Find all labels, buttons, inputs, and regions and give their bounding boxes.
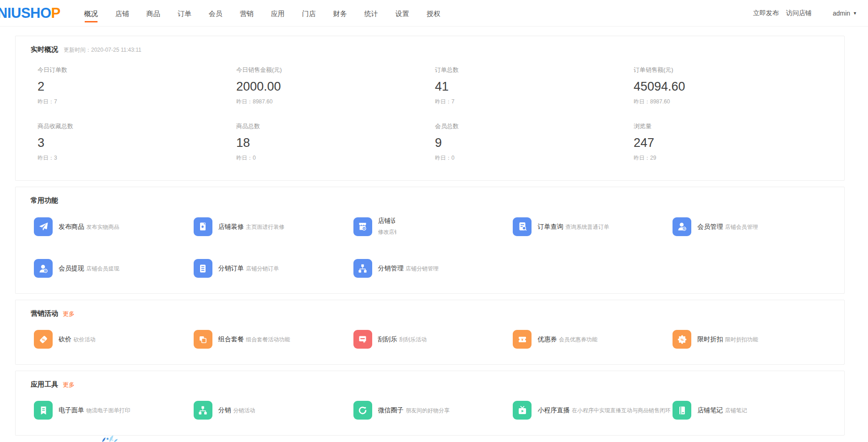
combo-squares-icon — [194, 330, 212, 349]
niushop-logo[interactable]: NIUSHOP — [0, 5, 60, 22]
marketing-card: 营销活动 更多 % 砍价 砍价活动 组合套餐 组合套餐活动功能 — [15, 300, 845, 365]
svg-text:%: % — [680, 337, 684, 341]
stat-total-orders: 订单总数 41 昨日：7 — [435, 66, 634, 106]
org-chart-icon — [353, 259, 372, 278]
logo-text-blue: NIUSHO — [0, 5, 51, 21]
feature-miniprogram-live[interactable]: 小程序直播 在小程序中实现直播互动与商品销售闭环 — [513, 401, 673, 420]
visit-shop-link[interactable]: 访问店铺 — [786, 9, 812, 17]
svg-text:¥: ¥ — [521, 338, 524, 342]
common-functions-title: 常用功能 — [31, 196, 58, 205]
marketing-grid: % 砍价 砍价活动 组合套餐 组合套餐活动功能 刮刮乐 刮刮乐活动 — [16, 318, 844, 349]
storefront-icon — [353, 217, 372, 236]
feature-member-withdraw[interactable]: ¥ 会员提现 店铺会员提现 — [34, 259, 194, 278]
publish-now-link[interactable]: 立即发布 — [753, 9, 779, 17]
stat-page-views: 浏览量 247 昨日：29 — [634, 122, 832, 162]
feature-distribution-manage[interactable]: 分销管理 店铺分销管理 — [353, 259, 513, 278]
app-tools-more-link[interactable]: 更多 — [63, 381, 75, 389]
nav-item-stores[interactable]: 门店 — [302, 1, 316, 26]
common-functions-card: 常用功能 发布商品 发布实物商品 店铺装修 主页面进行装修 — [15, 187, 845, 294]
app-tools-title: 应用工具 — [31, 380, 58, 389]
realtime-overview-card: 实时概况 更新时间：2020-07-25 11:43:11 今日订单数 2 昨日… — [15, 36, 845, 181]
nav-item-settings[interactable]: 设置 — [396, 1, 409, 26]
stat-today-sales: 今日销售金额(元) 2000.00 昨日：8987.60 — [236, 66, 435, 106]
feature-shop-settings[interactable]: 店铺设置 修改店铺设置 — [353, 217, 513, 236]
feature-e-waybill[interactable]: 电子面单 物流电子面单打印 — [34, 401, 194, 420]
feature-distribution[interactable]: 分销 分销活动 — [194, 401, 353, 420]
nav-item-apps[interactable]: 应用 — [271, 1, 285, 26]
page-decorate-icon — [194, 217, 212, 236]
navbar-right: 立即发布 访问店铺 admin ▼ — [746, 9, 857, 17]
nav-item-goods[interactable]: 商品 — [146, 1, 160, 26]
feature-scratch-card[interactable]: 刮刮乐 刮刮乐活动 — [353, 330, 513, 349]
common-functions-grid: 发布商品 发布实物商品 店铺装修 主页面进行装修 店铺设置 修改店铺设置 — [16, 205, 844, 278]
decorative-illustration — [98, 431, 128, 442]
scratch-card-icon — [353, 330, 372, 349]
shop-note-icon — [673, 401, 691, 420]
live-tv-icon — [513, 401, 532, 420]
stat-total-members: 会员总数 9 昨日：0 — [435, 122, 634, 162]
nav-item-overview[interactable]: 概况 — [84, 1, 98, 26]
org-chart-icon — [194, 401, 212, 420]
marketing-title: 营销活动 — [31, 309, 58, 318]
stat-goods-favorites: 商品收藏总数 3 昨日：3 — [38, 122, 236, 162]
svg-text:%: % — [42, 338, 45, 342]
waybill-icon — [34, 401, 53, 420]
nav-item-members[interactable]: 会员 — [209, 1, 222, 26]
feature-combo-package[interactable]: 组合套餐 组合套餐活动功能 — [194, 330, 353, 349]
feature-bargain[interactable]: % 砍价 砍价活动 — [34, 330, 194, 349]
nav-item-finance[interactable]: 财务 — [333, 1, 347, 26]
feature-shop-notes[interactable]: 店铺笔记 店铺笔记 — [673, 401, 832, 420]
app-tools-card: 应用工具 更多 电子面单 物流电子面单打印 分销 分销活动 — [15, 371, 845, 436]
feature-publish-goods[interactable]: 发布商品 发布实物商品 — [34, 217, 194, 236]
member-check-icon — [673, 217, 691, 236]
order-list-icon — [194, 259, 212, 278]
chevron-down-icon: ▼ — [853, 11, 857, 16]
wechat-circle-icon — [353, 401, 372, 420]
member-withdraw-icon: ¥ — [34, 259, 53, 278]
feature-coupon[interactable]: ¥ 优惠券 会员优惠券功能 — [513, 330, 673, 349]
realtime-title: 实时概况 — [31, 45, 58, 54]
top-navbar: NIUSHOP 概况 店铺 商品 订单 会员 营销 应用 门店 财务 统计 设置… — [0, 0, 868, 27]
discount-badge-icon: % — [673, 330, 691, 349]
coupon-ticket-icon: ¥ — [513, 330, 532, 349]
stat-order-sales: 订单销售额(元) 45094.60 昨日：8987.60 — [634, 66, 832, 106]
feature-shop-decorate[interactable]: 店铺装修 主页面进行装修 — [194, 217, 353, 236]
nav-item-license[interactable]: 授权 — [427, 1, 440, 26]
stat-today-orders: 今日订单数 2 昨日：7 — [38, 66, 236, 106]
nav-item-marketing[interactable]: 营销 — [240, 1, 254, 26]
feature-wechat-circle[interactable]: 微信圈子 朋友间的好物分享 — [353, 401, 513, 420]
nav-item-orders[interactable]: 订单 — [178, 1, 191, 26]
main-nav: 概况 店铺 商品 订单 会员 营销 应用 门店 财务 统计 设置 授权 — [84, 1, 458, 26]
feature-member-manage[interactable]: 会员管理 店铺会员管理 — [673, 217, 832, 236]
bargain-tag-icon: % — [34, 330, 53, 349]
feature-time-discount[interactable]: % 限时折扣 限时折扣功能 — [673, 330, 832, 349]
admin-user-menu[interactable]: admin ▼ — [833, 10, 857, 17]
order-search-icon — [513, 217, 532, 236]
nav-item-shop[interactable]: 店铺 — [115, 1, 129, 26]
feature-order-search[interactable]: 订单查询 查询系统普通订单 — [513, 217, 673, 236]
feature-distribution-orders[interactable]: 分销订单 店铺分销订单 — [194, 259, 353, 278]
app-tools-grid: 电子面单 物流电子面单打印 分销 分销活动 微信圈子 朋友间的好物分享 — [16, 389, 844, 420]
stat-total-goods: 商品总数 18 昨日：0 — [236, 122, 435, 162]
stats-grid: 今日订单数 2 昨日：7 今日销售金额(元) 2000.00 昨日：8987.6… — [16, 54, 844, 162]
nav-item-stats[interactable]: 统计 — [364, 1, 378, 26]
update-time: 更新时间：2020-07-25 11:43:11 — [64, 46, 141, 54]
paper-plane-icon — [34, 217, 53, 236]
admin-username: admin — [833, 10, 850, 17]
marketing-more-link[interactable]: 更多 — [63, 310, 75, 318]
logo-text-orange: P — [51, 5, 60, 21]
